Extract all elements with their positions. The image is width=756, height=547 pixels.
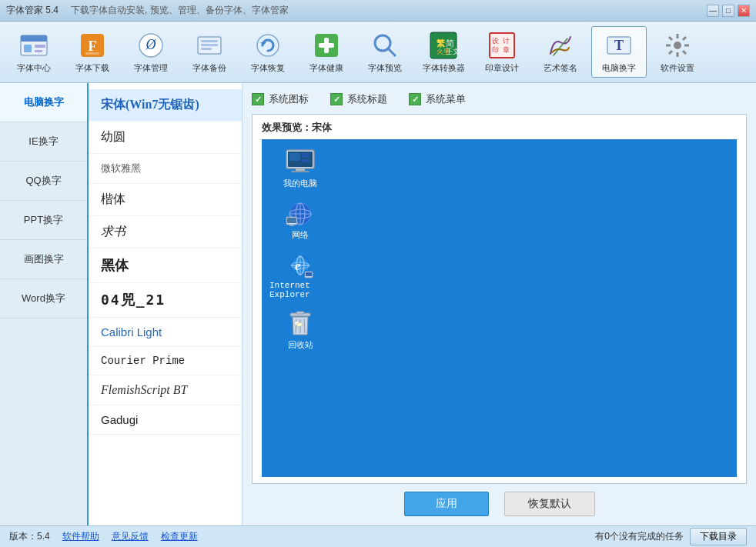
svg-line-41 [669,51,672,54]
toolbar-seal-design[interactable]: 设 计 印 章 印章设计 [474,26,530,78]
font-item-qiushu[interactable]: 求书 [89,216,242,248]
svg-text:简: 简 [446,38,454,48]
svg-line-20 [388,48,395,55]
svg-text:计: 计 [503,37,510,45]
nav-word-font[interactable]: Word换字 [0,279,87,319]
toolbar-font-backup[interactable]: 字体备份 [182,26,237,78]
toolbar-pc-font[interactable]: T 电脑换字 [591,26,647,78]
nav-pc-font[interactable]: 电脑换字 [0,83,87,122]
font-item-04b[interactable]: 04兕_21 [89,283,242,318]
font-convert-label: 字体转换器 [423,62,465,74]
preview-title: 效果预览：宋体 [262,121,737,135]
svg-rect-55 [287,218,296,223]
font-item-heiti[interactable]: 黑体 [89,248,242,283]
nav-ppt-font[interactable]: PPT换字 [0,201,87,240]
font-item-courier[interactable]: Courier Prime [89,347,242,375]
right-panel: ✓ 系统图标 ✓ 系统标题 ✓ 系统菜单 效果预览：宋体 [243,83,756,525]
toolbar-font-restore[interactable]: 字体恢复 [240,26,296,78]
art-sign-label: 艺术签名 [544,62,577,74]
checkbox-sys-title-label: 系统标题 [347,92,387,106]
reset-button[interactable]: 恢复默认 [504,492,595,516]
svg-point-14 [257,35,279,56]
toolbar-font-preview[interactable]: 字体预览 [357,26,413,78]
font-item-youyuan[interactable]: 幼圆 [89,122,242,154]
feedback-link[interactable]: 意见反馈 [112,530,149,543]
toolbar-font-health[interactable]: 字体健康 [299,26,354,78]
font-restore-label: 字体恢复 [251,62,285,74]
trash-icon [285,309,316,339]
toolbar-font-convert[interactable]: 繁 简 火里 壬文 字体转换器 [416,26,471,78]
svg-text:设: 设 [492,37,499,45]
status-bar: 版本：5.4 软件帮助 意见反馈 检查更新 有0个没有完成的任务 下载目录 [0,525,756,547]
font-restore-icon [253,30,283,61]
svg-line-39 [683,51,686,54]
toolbar-font-center[interactable]: 字体中心 [6,26,62,78]
font-list: 宋体(Win7无锯齿) 幼圆 微软雅黑 楷体 求书 黑体 04兕_21 Cali… [89,83,243,525]
trash-label: 回收站 [288,339,313,351]
checkbox-sys-title[interactable]: ✓ 系统标题 [330,92,387,106]
nav-qq-font[interactable]: QQ换字 [0,162,87,201]
font-item-songti[interactable]: 宋体(Win7无锯齿) [89,89,242,122]
checkbox-sys-title-box: ✓ [330,93,343,105]
svg-rect-11 [201,40,218,42]
font-download-icon: F [77,30,108,61]
network-label: 网络 [292,229,309,241]
font-center-icon [18,30,49,61]
computer-icon [285,147,316,178]
font-download-label: 字体下载 [75,62,109,74]
svg-text:壬文: 壬文 [446,48,458,55]
checkbox-sys-menu[interactable]: ✓ 系统菜单 [409,92,466,106]
toolbar: 字体中心 F 字体下载 Ø 字体管理 [0,22,756,83]
font-convert-icon: 繁 简 火里 壬文 [428,30,459,61]
nav-paint-font[interactable]: 画图换字 [0,240,87,279]
svg-text:F: F [89,38,97,54]
font-item-weihei[interactable]: 微软雅黑 [89,154,242,184]
desktop-icon-computer: 我的电脑 [269,147,331,189]
svg-text:章: 章 [503,46,510,54]
desktop-icon-ie: e Internet Explorer [269,250,331,299]
preview-font-name: 宋体 [312,122,332,133]
font-item-kaiti[interactable]: 楷体 [89,184,242,216]
font-item-gadugi[interactable]: Gadugi [89,405,242,435]
svg-point-33 [674,42,681,49]
toolbar-font-download[interactable]: F 字体下载 [65,26,120,78]
checkbox-sys-icon-label: 系统图标 [269,92,309,106]
apply-button[interactable]: 应用 [404,492,489,516]
checkbox-sys-icon[interactable]: ✓ 系统图标 [252,92,309,106]
svg-line-38 [669,37,672,40]
window-controls: — □ ✕ [707,5,750,17]
checkbox-row: ✓ 系统图标 ✓ 系统标题 ✓ 系统菜单 [252,92,747,106]
svg-text:Ø: Ø [146,37,157,52]
svg-text:e: e [295,259,300,272]
ie-icon: e [285,250,316,281]
svg-rect-2 [24,45,32,52]
maximize-btn[interactable]: □ [722,5,734,17]
font-preview-label: 字体预览 [368,62,402,74]
help-link[interactable]: 软件帮助 [62,530,99,543]
svg-rect-1 [21,35,47,42]
status-left: 版本：5.4 软件帮助 意见反馈 检查更新 [9,530,198,543]
toolbar-art-sign[interactable]: 艺术签名 [533,26,588,78]
computer-label: 我的电脑 [283,178,317,189]
checkbox-sys-menu-label: 系统菜单 [426,92,466,106]
svg-rect-44 [289,153,300,161]
toolbar-settings[interactable]: 软件设置 [650,26,705,78]
font-item-flemish[interactable]: FlemishScript BT [89,375,242,405]
minimize-btn[interactable]: — [707,5,719,17]
font-health-label: 字体健康 [309,62,343,74]
nav-ie-font[interactable]: IE换字 [0,122,87,162]
checkbox-sys-icon-box: ✓ [252,93,264,105]
seal-design-label: 印章设计 [485,62,519,74]
status-right: 有0个没有完成的任务 下载目录 [595,528,747,545]
settings-label: 软件设置 [661,62,694,74]
ie-label: Internet Explorer [269,281,331,299]
download-dir-button[interactable]: 下载目录 [690,528,747,545]
bottom-buttons: 应用 恢复默认 [252,484,747,516]
svg-text:繁: 繁 [437,38,446,48]
update-link[interactable]: 检查更新 [161,530,198,543]
font-item-calibri[interactable]: Calibri Light [89,318,242,347]
toolbar-font-manage[interactable]: Ø 字体管理 [123,26,179,78]
close-btn[interactable]: ✕ [738,5,750,17]
app-title: 字体管家 5.4 [6,4,59,17]
preview-desktop: 我的电脑 [262,139,737,477]
